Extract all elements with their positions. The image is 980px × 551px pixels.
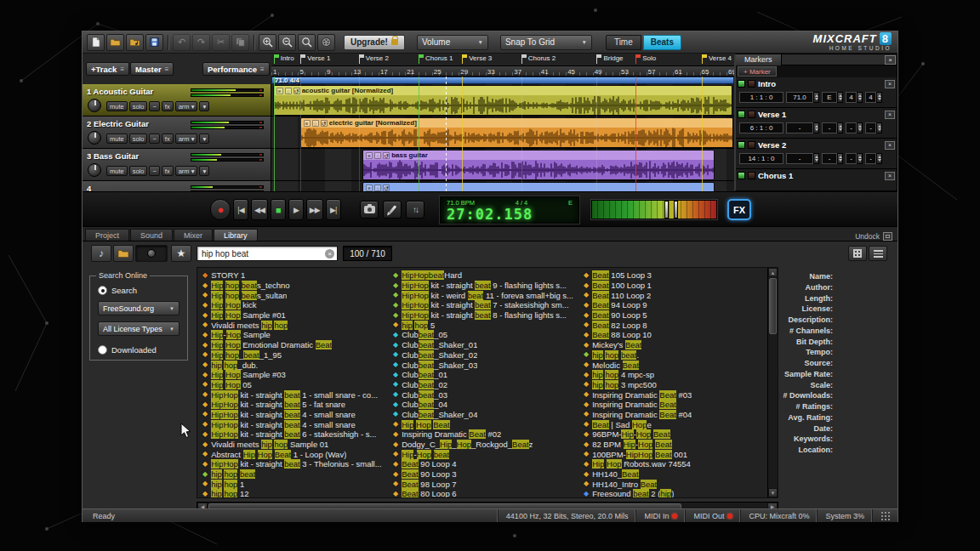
result-item[interactable]: ◆Hip Hop kick — [200, 300, 387, 310]
result-item[interactable]: ◆hip hop_dub. — [200, 360, 387, 370]
time-mode-button[interactable]: Time — [606, 35, 641, 50]
clip-loop-icon[interactable]: ○ — [312, 120, 319, 127]
result-item[interactable]: ◆Beat 98 Loop 7 — [390, 479, 578, 489]
result-item[interactable]: ◆Inspiring Dramatic Beat #02 — [390, 429, 578, 440]
track-arm-button[interactable]: arm ▾ — [175, 101, 198, 111]
track-arm-button[interactable]: arm ▾ — [175, 133, 198, 144]
track-header[interactable]: 1 Acoustic Guitarmutesolo~fxarm ▾▾ — [83, 84, 271, 116]
result-item[interactable]: ◆Hip hop_beat_1_95 — [200, 350, 387, 361]
redo-button[interactable]: ↷ — [192, 34, 210, 51]
result-item[interactable]: ◆hip hop beat. — [581, 350, 768, 361]
result-item[interactable]: ◆Vivaldi meets hip hop Sample 01 — [200, 440, 387, 450]
undock-icon[interactable] — [883, 232, 892, 241]
track-lane[interactable]: ≡○↺electric guitar [Normalized] — [271, 116, 734, 149]
spinner-buttons[interactable] — [837, 92, 843, 103]
timeline-marker-flag[interactable]: Verse 2 — [359, 54, 389, 64]
result-item[interactable]: ◆HipHop kit - straight beat 5 - fat snar… — [200, 400, 387, 410]
result-item[interactable]: ◆Hip Hop Robots.wav 74554 — [581, 459, 768, 469]
track-lane[interactable]: ≡○↺acoustic guitar [Normalized] — [271, 84, 734, 116]
result-item[interactable]: ◆Beat 82 Loop 8 — [581, 320, 768, 330]
spinner-buttons[interactable] — [837, 122, 843, 133]
marker-key-field[interactable]: - — [822, 153, 837, 164]
volume-knob[interactable] — [88, 163, 101, 177]
marker-play-icon[interactable] — [738, 80, 745, 88]
resize-grip[interactable] — [880, 511, 890, 520]
clip-loop-icon[interactable]: ○ — [285, 88, 292, 94]
result-item[interactable]: ◆Clubbeat_01 — [390, 370, 578, 380]
result-item[interactable]: ◆Vivaldi meets hip hop — [200, 320, 387, 330]
nudge-button[interactable]: ↑↓ — [406, 201, 424, 219]
result-item[interactable]: ◆Hip Hop Sample #03 — [200, 370, 387, 380]
downloaded-radio-row[interactable]: Downloaded — [98, 345, 187, 355]
clip-fade-icon[interactable]: ↺ — [383, 152, 390, 159]
license-dropdown[interactable]: All License Types ▼ — [98, 321, 179, 336]
spinner-buttons[interactable] — [857, 92, 863, 103]
marker-delete-button[interactable]: × — [885, 80, 895, 88]
volume-knob[interactable] — [88, 131, 101, 145]
result-item[interactable]: ◆Hip Hop Beat — [390, 419, 578, 429]
master-fx-button[interactable]: FX — [727, 199, 751, 220]
rewind-button[interactable]: ◀◀ — [251, 199, 268, 220]
tab-project[interactable]: Project — [85, 229, 129, 241]
results-vertical-scrollbar[interactable]: ▲ ▼ — [767, 268, 778, 497]
clip-fade-icon[interactable]: ↺ — [293, 88, 300, 94]
result-item[interactable]: ◆hip hop beat — [200, 469, 387, 480]
record-button[interactable]: ● — [210, 199, 231, 220]
library-online-mode-button[interactable] — [135, 245, 168, 262]
marker-key-field[interactable]: - — [822, 122, 837, 133]
result-item[interactable]: ◆Clubbeat_02 — [390, 380, 578, 390]
result-item[interactable]: ◆Clubbeat_04 — [390, 400, 578, 410]
track-fx-button[interactable]: fx — [162, 133, 174, 144]
search-input[interactable] — [197, 249, 325, 258]
track-lane[interactable]: ≡○↺ — [271, 181, 734, 191]
timeline-marker-flag[interactable]: Verse 1 — [300, 54, 330, 64]
result-item[interactable]: ◆Clubbeat_Shaker_01 — [390, 340, 578, 350]
track-menu-button[interactable]: ▾ — [199, 133, 209, 144]
marker-tempo-field[interactable]: 71.0 — [786, 92, 813, 103]
clip-loop-icon[interactable]: ○ — [374, 152, 381, 159]
track-menu-button[interactable]: ▾ — [199, 101, 209, 111]
audio-clip[interactable]: ≡○↺ — [362, 182, 714, 191]
result-item[interactable]: ◆Melodic Beat — [581, 360, 768, 370]
marker-timesig-top-field[interactable]: 4 — [846, 92, 857, 103]
volume-slider-handle-right[interactable] — [674, 201, 678, 219]
result-item[interactable]: ◆Inspiring Dramatic Beat — [581, 400, 768, 410]
timeline-marker-flag[interactable]: Chorus 2 — [521, 54, 556, 64]
timeline-marker-flag[interactable]: Verse 4 — [702, 54, 732, 64]
marker-play-icon[interactable] — [738, 172, 745, 179]
audio-clip[interactable]: ≡○↺acoustic guitar [Normalized] — [273, 85, 733, 116]
beats-mode-button[interactable]: Beats — [643, 35, 681, 50]
timeline-marker-flag[interactable]: Verse 3 — [462, 54, 492, 64]
search-radio-row[interactable]: Search — [98, 286, 187, 295]
marker-color-icon[interactable] — [748, 172, 755, 179]
spinner-buttons[interactable] — [857, 122, 863, 133]
go-to-start-button[interactable]: |◀ — [233, 199, 248, 220]
result-item[interactable]: ◆HH140_Beat — [581, 469, 768, 480]
track-automation-button[interactable]: ~ — [149, 166, 159, 176]
copy-button[interactable] — [231, 34, 249, 51]
midi-button[interactable] — [317, 34, 335, 51]
result-item[interactable]: ◆Freesound beat 2 (hip) — [581, 489, 768, 498]
marker-color-icon[interactable] — [748, 80, 755, 88]
result-item[interactable]: ◆Inspiring Dramatic Beat #03 — [581, 389, 768, 400]
master-volume-meter[interactable] — [591, 200, 717, 219]
snapshot-button[interactable] — [360, 201, 379, 219]
result-item[interactable]: ◆Hip hop beats_sultan — [200, 290, 387, 300]
result-item[interactable]: ◆Dodgy_C_Hip_Hop_Rockgod_Beatz — [390, 440, 578, 450]
clip-menu-icon[interactable]: ≡ — [276, 88, 283, 94]
downloaded-radio[interactable] — [98, 345, 107, 355]
track-automation-button[interactable]: ~ — [149, 101, 159, 111]
undock-button[interactable]: Undock — [855, 232, 880, 241]
result-item[interactable]: ◆Beat 94 Loop 9 — [581, 300, 768, 310]
result-item[interactable]: ◆Beat 110 Loop 2 — [581, 290, 768, 300]
cut-button[interactable]: ✂ — [212, 34, 230, 51]
result-item[interactable]: ◆HipHop kit - straight beat 1 - small sn… — [200, 389, 387, 400]
result-item[interactable]: ◆Beat 90 Loop 3 — [390, 469, 578, 480]
marker-play-icon[interactable] — [738, 141, 745, 149]
go-to-end-button[interactable]: ▶| — [326, 199, 341, 220]
result-item[interactable]: ◆Beat 88 Loop 10 — [581, 330, 768, 340]
loop-selection-bar[interactable] — [271, 77, 734, 84]
track-automation-button[interactable]: ~ — [149, 133, 159, 144]
marker-delete-button[interactable]: × — [885, 111, 895, 119]
new-project-button[interactable] — [87, 34, 105, 51]
